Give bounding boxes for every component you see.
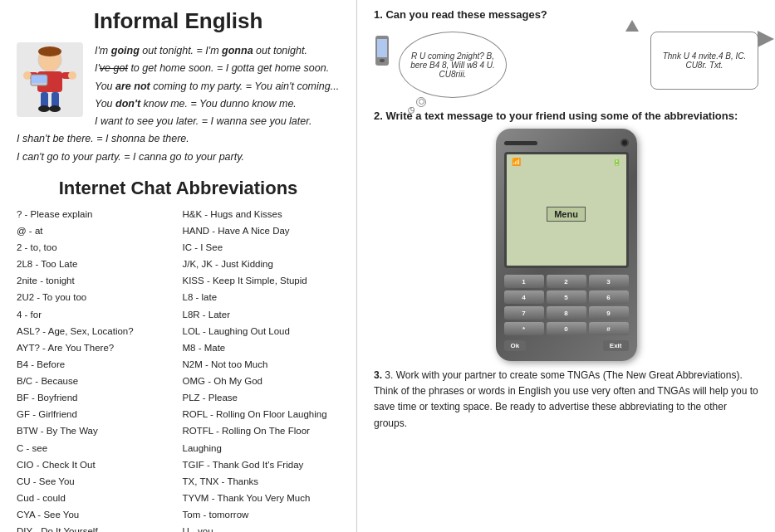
abbrev-right-item: J/K, JK - Just Kidding: [183, 256, 341, 272]
ok-button: Ok: [504, 340, 527, 351]
left-panel: Informal English: [0, 0, 357, 532]
svg-rect-8: [32, 76, 47, 83]
key-7: 7: [504, 306, 544, 320]
speech-area: R U coming 2night? B, bere B4 8, Will w8…: [374, 27, 758, 98]
abbrev-left-item: CIO - Check It Out: [17, 456, 174, 473]
abbrev-left-item: 4 - for: [17, 306, 174, 323]
abbrev-right-item: TGIF - Thank God It's Friday: [183, 456, 341, 473]
abbrev-left-item: B4 - Before: [17, 356, 174, 373]
key-1: 1: [504, 275, 544, 288]
key-4: 4: [504, 290, 544, 304]
abbrev-right-item: ROFL - Rolling On Floor Laughing: [183, 406, 341, 422]
svg-point-12: [49, 105, 61, 112]
abbrev-right-item: ROTFL - Rolling On The Floor Laughing: [183, 422, 341, 456]
key-hash: #: [589, 322, 629, 335]
abbrev-left-item: ASL? - Age, Sex, Location?: [17, 323, 174, 339]
abbrev-left-item: DIY - Do It Yourself: [17, 523, 174, 532]
abbrev-left-col: ? - Please explain@ - at2 - to, too2L8 -…: [17, 206, 174, 532]
abbrev-left-item: 2 - to, too: [17, 239, 174, 256]
abbrev-left-item: AYT? - Are You There?: [17, 339, 174, 356]
abbrev-left-item: @ - at: [17, 222, 174, 239]
abbrev-left-item: Cud - could: [17, 490, 174, 506]
question-3-text: 3. Work with your partner to create some…: [374, 369, 758, 429]
svg-point-11: [38, 105, 50, 112]
abbrev-right-item: KISS - Keep It Simple, Stupid: [183, 272, 341, 289]
key-0: 0: [547, 322, 586, 335]
question-1: 1. Can you read these messages?: [374, 8, 758, 21]
abbrev-right-item: Tom - tomorrow: [183, 506, 341, 523]
abbrev-right-item: HAND - Have A Nice Day: [183, 222, 341, 239]
abbrev-right-item: LOL - Laughing Out Loud: [183, 323, 341, 339]
bubble-thought-1: R U coming 2night? B, bere B4 8, Will w8…: [399, 32, 507, 98]
abbrev-left-item: BTW - By The Way: [17, 422, 174, 439]
phone-top: [504, 139, 629, 147]
key-2: 2: [547, 275, 586, 288]
abbrev-left-item: ? - Please explain: [17, 206, 174, 222]
key-3: 3: [589, 275, 629, 288]
question-3: 3. 3. Work with your partner to create s…: [374, 368, 758, 432]
abbrev-right-item: M8 - Mate: [183, 339, 341, 356]
abbrev-right-item: L8R - Later: [183, 306, 341, 323]
abbrev-right-item: N2M - Not too Much: [183, 356, 341, 373]
section-title: Internet Chat Abbreviations: [17, 178, 340, 199]
abbrev-right-item: PLZ - Please: [183, 389, 341, 406]
key-9: 9: [589, 306, 629, 320]
abbrev-left-item: CU - See You: [17, 473, 174, 490]
phone-bottom-buttons: Ok Exit: [504, 340, 629, 351]
screen-menu-label: Menu: [547, 207, 586, 222]
key-8: 8: [547, 306, 586, 320]
bubble-speech-1: Thnk U 4 nvite.4 B, IC. CU8r. Txt.: [650, 32, 758, 90]
phone-keypad: 1 2 3 4 5 6 7 8 9 * 0 #: [504, 275, 629, 335]
abbrev-right-item: H&K - Hugs and Kisses: [183, 206, 341, 222]
svg-point-1: [38, 46, 61, 56]
abbrev-left-item: C - see: [17, 440, 174, 456]
phone-body: 📶🔋 Menu 1 2 3 4 5 6 7 8 9 * 0 # Ok: [496, 129, 637, 361]
abbrev-left-item: 2L8 - Too Late: [17, 256, 174, 272]
abbrev-left-item: CYA - See You: [17, 506, 174, 523]
abbrev-left-item: B/C - Because: [17, 373, 174, 389]
question-2: 2. Write a text message to your friend u…: [374, 110, 758, 122]
key-6: 6: [589, 290, 629, 304]
abbrev-columns: ? - Please explain@ - at2 - to, too2L8 -…: [17, 206, 340, 532]
phone-camera-icon: [620, 139, 629, 147]
abbrev-left-item: GF - Girlfriend: [17, 406, 174, 422]
abbrev-left-item: BF - Boyfriend: [17, 389, 174, 406]
abbrev-right-item: L8 - late: [183, 289, 341, 305]
right-panel: 1. Can you read these messages? R U comi…: [357, 0, 775, 532]
phone-screen: 📶🔋 Menu: [504, 152, 629, 268]
kid-image: [17, 42, 83, 117]
phone-container: 📶🔋 Menu 1 2 3 4 5 6 7 8 9 * 0 # Ok: [374, 129, 758, 361]
abbrev-left-item: 2nite - tonight: [17, 272, 174, 289]
abbrev-right-item: OMG - Oh My God: [183, 373, 341, 389]
abbrev-right-item: IC - I See: [183, 239, 341, 256]
key-star: *: [504, 322, 544, 335]
abbrev-right-item: TX, TNX - Thanks: [183, 473, 341, 490]
svg-rect-14: [377, 39, 387, 57]
abbrev-right-col: H&K - Hugs and KissesHAND - Have A Nice …: [183, 206, 341, 532]
screen-status: 📶🔋: [512, 158, 621, 166]
phone-speaker-icon: [504, 141, 537, 145]
exit-button: Exit: [603, 340, 629, 351]
key-5: 5: [547, 290, 586, 304]
svg-rect-15: [380, 59, 385, 62]
abbrev-right-item: TYVM - Thank You Very Much: [183, 490, 341, 506]
main-title: Informal English: [17, 8, 340, 34]
phone-icon-small: [374, 27, 390, 68]
svg-point-6: [68, 71, 76, 80]
informal-section: I'm going out tonight. = I'm gonna out t…: [17, 42, 340, 166]
abbrev-right-item: U - you: [183, 523, 341, 532]
abbrev-left-item: 2U2 - To you too: [17, 289, 174, 305]
